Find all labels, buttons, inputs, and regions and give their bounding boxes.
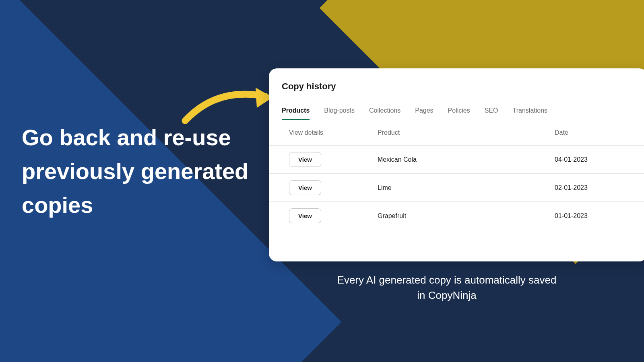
view-button[interactable]: View — [289, 152, 321, 167]
tab-seo[interactable]: SEO — [485, 103, 498, 120]
date-cell: 02-01-2023 — [555, 184, 627, 191]
date-cell: 04-01-2023 — [555, 156, 627, 163]
view-button[interactable]: View — [289, 208, 321, 223]
table-header: View details Product Date — [269, 120, 644, 146]
headline: Go back and re-use previously generated … — [22, 121, 263, 222]
date-cell: 01-01-2023 — [555, 212, 627, 220]
product-cell: Lime — [378, 184, 555, 191]
tab-blog-posts[interactable]: Blog-posts — [324, 103, 355, 120]
tab-collections[interactable]: Collections — [369, 103, 400, 120]
tab-products[interactable]: Products — [282, 103, 310, 120]
table-row: View Grapefruit 01-01-2023 — [269, 202, 644, 230]
tab-translations[interactable]: Translations — [513, 103, 548, 120]
tabs-bar: Products Blog-posts Collections Pages Po… — [269, 103, 644, 120]
history-card: Copy history Products Blog-posts Collect… — [269, 68, 644, 261]
card-title: Copy history — [269, 81, 644, 103]
tab-pages[interactable]: Pages — [415, 103, 433, 120]
subtext: Every AI generated copy is automatically… — [334, 273, 559, 303]
col-header-view: View details — [289, 129, 378, 136]
col-header-date: Date — [555, 129, 627, 136]
view-button[interactable]: View — [289, 180, 321, 195]
tab-policies[interactable]: Policies — [448, 103, 470, 120]
arrow-icon — [181, 80, 282, 125]
product-cell: Grapefruit — [378, 212, 555, 220]
table-row: View Mexican Cola 04-01-2023 — [269, 146, 644, 174]
col-header-product: Product — [378, 129, 555, 136]
product-cell: Mexican Cola — [378, 156, 555, 163]
table-row: View Lime 02-01-2023 — [269, 174, 644, 202]
history-table: View details Product Date View Mexican C… — [269, 120, 644, 230]
